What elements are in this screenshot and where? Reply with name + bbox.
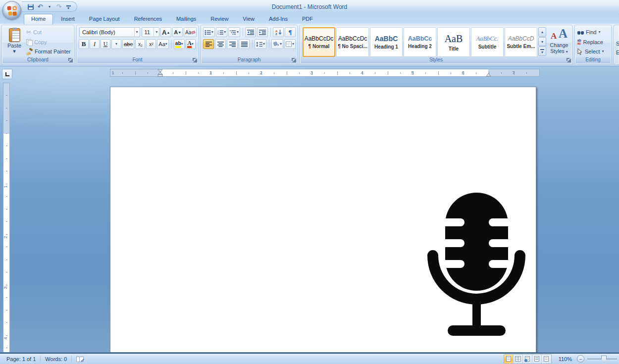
multilevel-list-button[interactable]: ▾ <box>228 27 240 37</box>
clipboard-group-label: Clipboard <box>2 56 73 63</box>
clipboard-dialog-launcher[interactable] <box>68 58 73 62</box>
print-layout-icon <box>506 356 511 362</box>
tab-references[interactable]: References <box>128 14 168 24</box>
styles-scroll-up-button[interactable]: ▴ <box>538 27 546 37</box>
bullets-button[interactable]: ▾ <box>203 27 215 37</box>
shrink-font-button[interactable]: A▼ <box>172 27 183 37</box>
zoom-slider-thumb[interactable] <box>601 356 607 363</box>
font-dialog-launcher[interactable] <box>193 58 197 62</box>
style-card-7[interactable]: AaBbCcDSubtle Em... <box>505 27 537 57</box>
word-count-button[interactable]: Words: 0 <box>41 354 71 364</box>
change-styles-button[interactable]: AA Change Styles ▾ <box>547 27 571 56</box>
style-card-3[interactable]: AaBbCHeading 1 <box>370 27 403 57</box>
cut-icon: ✂ <box>26 29 31 36</box>
paste-dropdown-arrow[interactable]: ▾ <box>13 49 16 53</box>
align-left-icon <box>206 42 212 47</box>
find-dropdown-arrow[interactable]: ▾ <box>598 30 600 34</box>
proofing-status-button[interactable]: ✓ <box>72 354 88 364</box>
tab-mailings[interactable]: Mailings <box>170 14 203 24</box>
page-count-button[interactable]: Page: 1 of 1 <box>2 354 40 364</box>
select-dropdown-arrow[interactable]: ▾ <box>602 50 604 53</box>
decrease-indent-icon <box>247 30 254 35</box>
spellcheck-icon: ✓ <box>76 356 84 362</box>
clear-formatting-button[interactable]: Aa <box>184 27 197 37</box>
tab-page-layout[interactable]: Page Layout <box>83 14 126 24</box>
style-card-2[interactable]: AaBbCcDc¶ No Spaci... <box>336 27 369 57</box>
grow-font-button[interactable]: A▲ <box>160 27 171 37</box>
office-button[interactable] <box>2 1 21 20</box>
font-name-dropdown-arrow[interactable]: ▾ <box>134 28 139 37</box>
font-color-button[interactable]: A▾ <box>186 39 196 49</box>
styles-more-button[interactable]: ▾ <box>538 47 546 56</box>
font-name-select[interactable]: Calibri (Body) ▾ <box>79 27 140 37</box>
style-card-5[interactable]: AaBTitle <box>437 27 470 57</box>
show-hide-paragraph-button[interactable]: ¶ <box>285 27 296 37</box>
draft-view-button[interactable] <box>542 355 551 364</box>
justify-button[interactable] <box>239 39 250 49</box>
find-button[interactable]: Find ▾ <box>577 28 610 37</box>
style-preview: AaBbCcDc <box>305 35 334 42</box>
zoom-slider[interactable] <box>587 355 617 363</box>
tab-view[interactable]: View <box>236 14 261 24</box>
full-screen-reading-view-button[interactable] <box>514 355 523 364</box>
line-spacing-button[interactable]: ▾ <box>255 39 266 49</box>
bold-button[interactable]: B <box>79 39 89 49</box>
borders-button[interactable]: ▾ <box>284 39 296 49</box>
web-layout-view-button[interactable] <box>523 355 532 364</box>
horizontal-ruler: 11234567 <box>110 69 540 77</box>
decrease-indent-button[interactable] <box>245 27 256 37</box>
text-highlight-button[interactable]: ab▾ <box>174 39 185 49</box>
styles-dialog-launcher[interactable] <box>567 58 571 62</box>
shading-button[interactable]: ▾ <box>271 39 283 49</box>
font-size-dropdown-arrow[interactable]: ▾ <box>154 28 158 37</box>
underline-dropdown-arrow[interactable]: ▾ <box>111 39 121 49</box>
tab-home[interactable]: Home <box>24 14 53 24</box>
paragraph-dialog-launcher[interactable] <box>292 58 296 62</box>
zoom-out-button[interactable]: − <box>577 355 584 363</box>
increase-indent-button[interactable] <box>257 27 268 37</box>
print-layout-view-button[interactable] <box>504 355 514 364</box>
format-painter-button[interactable]: Format Painter <box>25 47 72 56</box>
style-card-1[interactable]: AaBbCcDc¶ Normal <box>303 27 335 57</box>
tab-review[interactable]: Review <box>204 14 235 24</box>
cut-button[interactable]: ✂ Cut <box>25 28 72 37</box>
document-page[interactable] <box>110 87 536 353</box>
sort-icon: AZ <box>275 29 282 35</box>
paste-button[interactable]: Paste ▾ <box>4 27 25 56</box>
tab-insert[interactable]: Insert <box>54 14 81 24</box>
replace-button[interactable]: abac Replace <box>577 38 610 47</box>
svg-text:Z: Z <box>275 33 277 36</box>
superscript-button[interactable]: x² <box>146 39 156 49</box>
styles-scroll-down-button[interactable]: ▾ <box>538 37 546 47</box>
strikethrough-button[interactable]: abe <box>122 39 134 49</box>
style-card-4[interactable]: AaBbCcHeading 2 <box>404 27 436 57</box>
change-styles-icon: AA <box>551 28 567 41</box>
underline-button[interactable]: U <box>101 39 110 49</box>
italic-button[interactable]: I <box>90 39 100 49</box>
subscript-button[interactable]: x₂ <box>135 39 145 49</box>
change-case-button[interactable]: Aa▾ <box>157 39 168 49</box>
ribbon-group-editing: Find ▾ abac Replace Select ▾ Editing <box>574 25 612 64</box>
copy-label: Copy <box>34 39 47 45</box>
zoom-level-button[interactable]: 110% <box>559 356 572 362</box>
tab-add-ins[interactable]: Add-Ins <box>262 14 294 24</box>
tab-selector-button[interactable] <box>2 69 12 79</box>
ribbon: Paste ▾ ✂ Cut Copy Format Painter Clipbo… <box>0 24 619 66</box>
style-card-6[interactable]: AaBbCc.Subtitle <box>471 27 504 57</box>
font-size-select[interactable]: 11 ▾ <box>142 27 160 37</box>
align-right-button[interactable] <box>227 39 238 49</box>
microphone-image[interactable] <box>425 190 529 338</box>
tab-pdf[interactable]: PDF <box>296 14 319 24</box>
indent-markers[interactable] <box>157 69 163 77</box>
right-indent-marker[interactable] <box>485 72 492 77</box>
align-center-button[interactable] <box>215 39 226 49</box>
outline-view-button[interactable] <box>532 355 542 364</box>
sort-button[interactable]: AZ <box>273 27 284 37</box>
select-label: Select <box>585 49 600 54</box>
copy-button[interactable]: Copy <box>25 38 72 47</box>
paste-clipboard-icon <box>9 28 20 42</box>
align-left-button[interactable] <box>203 39 214 49</box>
format-painter-label: Format Painter <box>35 49 71 54</box>
numbering-button[interactable]: 123 ▾ <box>216 27 228 37</box>
select-button[interactable]: Select ▾ <box>577 47 610 56</box>
